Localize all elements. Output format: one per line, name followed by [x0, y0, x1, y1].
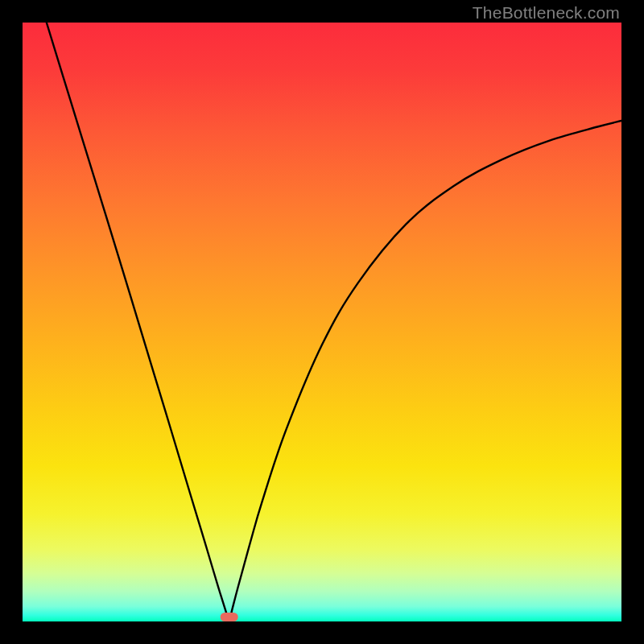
- watermark-text: TheBottleneck.com: [473, 3, 620, 23]
- bottleneck-curve: [47, 23, 621, 621]
- chart-frame: TheBottleneck.com: [0, 0, 644, 644]
- curve-line: [23, 23, 621, 621]
- plot-area: [23, 23, 621, 621]
- vertex-marker: [221, 613, 238, 621]
